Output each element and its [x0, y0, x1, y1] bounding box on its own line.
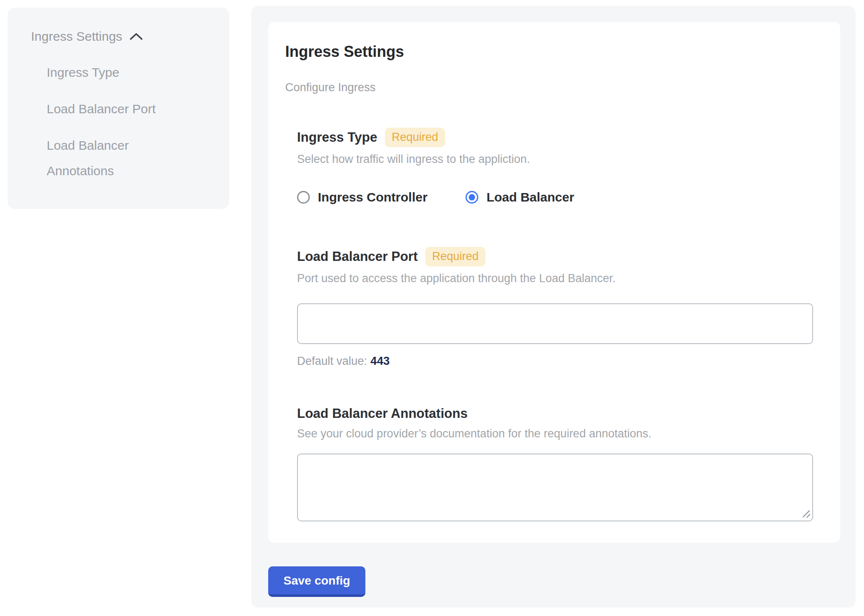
textarea-resize-handle-icon[interactable]	[802, 509, 811, 518]
lb-annotations-description: See your cloud provider’s documentation …	[297, 427, 823, 441]
chevron-up-icon[interactable]	[129, 32, 143, 41]
lb-annotations-label: Load Balancer Annotations	[297, 406, 468, 422]
radio-label-ingress-controller: Ingress Controller	[318, 190, 427, 204]
ingress-settings-card: Ingress Settings Configure Ingress Ingre…	[268, 22, 840, 543]
main-panel: Ingress Settings Configure Ingress Ingre…	[251, 6, 856, 608]
lb-port-input[interactable]	[297, 303, 813, 344]
page-subtitle: Configure Ingress	[285, 81, 823, 95]
section-load-balancer-annotations: Load Balancer Annotations See your cloud…	[297, 406, 823, 521]
sidebar-item-load-balancer-annotations[interactable]: Load Balancer Annotations	[47, 133, 171, 184]
ingress-type-radio-group: Ingress Controller Load Balancer	[297, 190, 823, 204]
lb-port-label: Load Balancer Port	[297, 249, 418, 265]
sidebar-sublist: Ingress Type Load Balancer Port Load Bal…	[31, 60, 171, 184]
default-value: 443	[370, 355, 390, 367]
settings-nav-sidebar: Ingress Settings Ingress Type Load Balan…	[8, 8, 229, 209]
save-config-button[interactable]: Save config	[268, 566, 365, 597]
radio-unselected-icon[interactable]	[297, 191, 310, 204]
radio-label-load-balancer: Load Balancer	[486, 190, 574, 204]
lb-port-default-row: Default value:443	[297, 354, 823, 368]
page: Ingress Settings Ingress Type Load Balan…	[0, 0, 864, 616]
ingress-type-label: Ingress Type	[297, 129, 377, 146]
required-badge: Required	[425, 247, 485, 266]
lb-port-description: Port used to access the application thro…	[297, 272, 823, 286]
section-load-balancer-port: Load Balancer Port Required Port used to…	[297, 247, 823, 368]
radio-selected-icon[interactable]	[466, 191, 478, 204]
page-title: Ingress Settings	[285, 42, 823, 61]
default-value-label: Default value:	[297, 355, 367, 367]
required-badge: Required	[385, 128, 445, 147]
radio-option-load-balancer[interactable]: Load Balancer	[466, 190, 574, 204]
sidebar-item-load-balancer-port[interactable]: Load Balancer Port	[47, 96, 171, 122]
sidebar-group-ingress-settings[interactable]: Ingress Settings	[31, 29, 216, 44]
sidebar-group-label: Ingress Settings	[31, 29, 122, 44]
radio-option-ingress-controller[interactable]: Ingress Controller	[297, 190, 427, 204]
ingress-type-description: Select how traffic will ingress to the a…	[297, 152, 823, 166]
section-ingress-type: Ingress Type Required Select how traffic…	[297, 128, 823, 204]
sidebar-item-ingress-type[interactable]: Ingress Type	[47, 60, 171, 85]
lb-annotations-textarea[interactable]	[297, 454, 813, 521]
lb-annotations-textarea-wrap	[297, 454, 813, 521]
